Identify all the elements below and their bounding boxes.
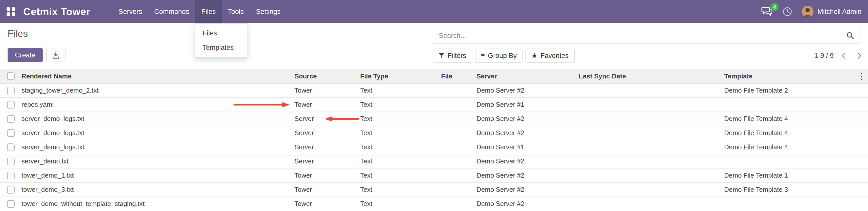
cell-server: Demo Server #2 [476,129,579,137]
row-checkbox-cell [0,87,22,94]
table-header: Rendered Name Source File Type File Serv… [0,69,868,84]
cell-file-type: Text [360,101,441,109]
table-row[interactable]: tower_demo_3.txt Tower Text Demo Server … [0,183,868,197]
apps-grid-icon [7,7,15,16]
cell-template: Demo File Template 4 [724,143,868,151]
menu-item-tools[interactable]: Tools [222,0,250,23]
clock-icon [782,7,792,17]
search-box [433,28,860,43]
column-header-last-sync-date[interactable]: Last Sync Date [579,72,724,80]
pager-previous-button[interactable] [842,53,848,59]
favorites-button[interactable]: ★ Favorites [526,49,574,63]
row-checkbox[interactable] [7,172,15,179]
pager-next-button[interactable] [855,53,861,59]
messages-count-badge: 4 [770,3,778,11]
table-row[interactable]: staging_tower_demo_2.txt Tower Text Demo… [0,84,868,98]
dropdown-item-files[interactable]: Files [195,26,247,40]
cell-file-type: Text [360,186,441,193]
table-row[interactable]: server_demo_logs.txt Server Text Demo Se… [0,140,868,154]
main-menu: Servers Commands Files Files Templates T… [113,0,287,23]
search-submit[interactable] [841,32,860,40]
row-checkbox-cell [0,200,22,208]
column-header-source[interactable]: Source [294,72,360,80]
row-checkbox[interactable] [7,87,15,94]
cell-rendered-name: tower_demo_1.txt [22,172,294,179]
create-button[interactable]: Create [8,48,43,62]
column-header-rendered-name[interactable]: Rendered Name [22,72,294,80]
avatar-image [802,6,813,18]
row-checkbox[interactable] [7,200,15,208]
row-checkbox[interactable] [7,101,15,109]
cell-server: Demo Server #2 [476,87,579,94]
table-row[interactable]: server_demo_logs.txt Server Text Demo Se… [0,126,868,140]
cell-rendered-name: tower_demo_3.txt [22,186,294,193]
menu-item-settings[interactable]: Settings [250,0,287,23]
select-all-cell [0,72,22,80]
export-button[interactable] [46,48,65,62]
pager: 1-9 / 9 [814,52,860,60]
table-row[interactable]: server_demo_logs.txt Server Text Demo Se… [0,112,868,126]
files-dropdown-menu: Files Templates [195,23,247,58]
download-icon [52,51,60,59]
activities-button[interactable] [782,7,792,17]
ellipsis-vertical-icon: ⋮ [858,72,866,80]
row-checkbox-cell [0,186,22,193]
column-header-server[interactable]: Server [476,72,579,80]
group-by-icon: ≡ [481,52,485,60]
search-input[interactable] [433,32,841,40]
star-icon: ★ [531,52,537,60]
row-checkbox-cell [0,115,22,123]
row-checkbox[interactable] [7,186,15,193]
row-checkbox[interactable] [7,144,15,151]
user-menu[interactable]: Mitchell Admin [802,6,861,18]
select-all-checkbox[interactable] [7,72,15,80]
dropdown-item-templates[interactable]: Templates [195,40,247,55]
cell-rendered-name: tower_demo_without_template_staging.txt [22,200,294,208]
cell-file-type: Text [360,143,441,151]
cell-rendered-name: server_demo_logs.txt [22,143,294,151]
column-options-button[interactable]: ⋮ [855,72,868,80]
cell-server: Demo Server #1 [476,143,579,151]
cell-source: Tower [294,186,360,193]
search-options-row: Filters ≡ Group By ★ Favorites 1-9 / 9 [433,49,860,63]
table-row[interactable]: repos.yaml Tower Text Demo Server #1 [0,98,868,112]
annotation-arrow-right [232,101,290,109]
user-name: Mitchell Admin [817,8,861,16]
menu-item-files[interactable]: Files Files Templates [195,0,222,23]
row-checkbox-cell [0,172,22,179]
group-by-button[interactable]: ≡ Group By [475,49,523,63]
row-checkbox[interactable] [7,129,15,137]
column-header-file-type[interactable]: File Type [360,72,441,80]
cell-server: Demo Server #2 [476,115,579,123]
cell-server: Demo Server #2 [476,157,579,165]
row-checkbox[interactable] [7,115,15,123]
menu-item-servers[interactable]: Servers [113,0,148,23]
cell-file-type: Text [360,172,441,179]
cell-rendered-name: server_demo.txt [22,157,294,165]
column-header-file[interactable]: File [441,72,476,80]
table-row[interactable]: tower_demo_without_template_staging.txt … [0,197,868,211]
table-row[interactable]: tower_demo_1.txt Tower Text Demo Server … [0,169,868,183]
cell-source: Tower [294,172,360,179]
row-checkbox-cell [0,158,22,165]
apps-menu-button[interactable] [7,0,15,23]
messages-button[interactable]: 4 [761,7,773,17]
filters-button[interactable]: Filters [433,49,472,63]
control-panel-right: Filters ≡ Group By ★ Favorites 1-9 / 9 [433,28,860,69]
cell-template: Demo File Template 4 [724,129,868,137]
cell-file-type: Text [360,115,441,123]
cell-source: Tower [294,101,360,109]
cell-rendered-name: server_demo_logs.txt [22,115,294,123]
annotation-arrow-left [324,115,360,123]
table-body: staging_tower_demo_2.txt Tower Text Demo… [0,84,868,211]
top-navbar: Cetmix Tower Servers Commands Files File… [0,0,868,23]
menu-item-commands[interactable]: Commands [148,0,195,23]
search-icon [846,32,854,40]
column-header-template[interactable]: Template [724,72,855,80]
control-panel: Files Create [0,23,868,69]
cell-file-type: Text [360,200,441,208]
table-row[interactable]: server_demo.txt Server Text Demo Server … [0,154,868,169]
cell-source: Server [294,143,360,151]
cell-server: Demo Server #1 [476,101,579,109]
row-checkbox[interactable] [7,158,15,165]
